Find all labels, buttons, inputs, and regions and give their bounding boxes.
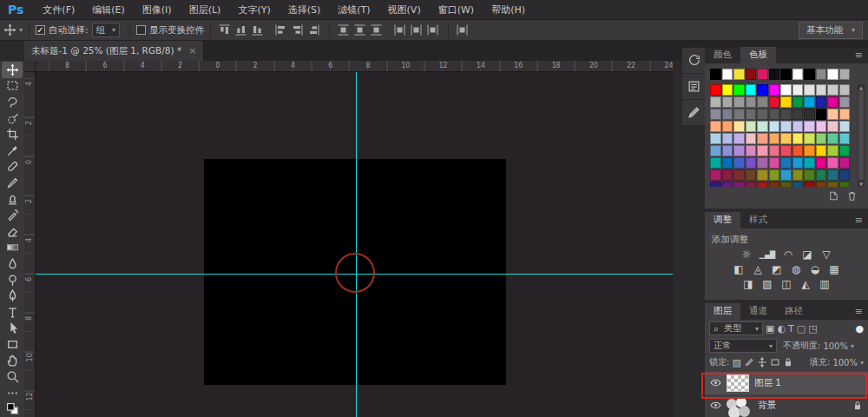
swatch[interactable] bbox=[827, 133, 838, 144]
swatch[interactable] bbox=[816, 109, 827, 120]
swatch[interactable] bbox=[839, 133, 851, 144]
swatch[interactable] bbox=[722, 182, 733, 187]
menu-item[interactable]: 文件(F) bbox=[34, 0, 83, 20]
swatch[interactable] bbox=[816, 69, 827, 80]
swatch[interactable] bbox=[839, 109, 851, 120]
swatch[interactable] bbox=[733, 133, 745, 144]
swatch[interactable] bbox=[710, 121, 721, 132]
distribute-bottom-edges-icon[interactable] bbox=[370, 23, 385, 36]
swatch[interactable] bbox=[804, 182, 815, 187]
swatch[interactable] bbox=[804, 169, 815, 181]
filter-smart-object-icon[interactable]: ◳ bbox=[808, 323, 817, 334]
swatch[interactable] bbox=[710, 96, 721, 108]
swatch[interactable] bbox=[710, 109, 721, 120]
swatch[interactable] bbox=[746, 133, 757, 144]
photo-filter-icon[interactable]: ◍ bbox=[789, 263, 803, 276]
menu-item[interactable]: 文字(Y) bbox=[229, 0, 279, 20]
swatch[interactable] bbox=[757, 69, 768, 80]
swatch[interactable] bbox=[710, 84, 721, 96]
distribute-vertical-centers-icon[interactable] bbox=[353, 23, 368, 36]
distribute-right-edges-icon[interactable] bbox=[426, 23, 441, 36]
lock-all-icon[interactable] bbox=[783, 357, 793, 367]
tab-paths[interactable]: 路径 bbox=[776, 303, 812, 320]
menu-item[interactable]: 图层(L) bbox=[181, 0, 230, 20]
history-panel-icon[interactable] bbox=[682, 48, 705, 74]
swatch[interactable] bbox=[769, 121, 780, 132]
align-left-edges-icon[interactable] bbox=[274, 23, 289, 36]
lasso-tool[interactable] bbox=[2, 94, 23, 110]
swatch[interactable] bbox=[816, 145, 827, 156]
gradient-tool[interactable] bbox=[2, 240, 23, 256]
swatch[interactable] bbox=[827, 121, 838, 132]
close-icon[interactable]: × bbox=[188, 45, 196, 56]
black-white-icon[interactable]: ◩ bbox=[770, 263, 784, 276]
swatch[interactable] bbox=[792, 96, 804, 108]
swatch[interactable] bbox=[839, 157, 851, 169]
color-balance-icon[interactable]: ◬ bbox=[751, 263, 765, 276]
filter-shape-icon[interactable]: ▢ bbox=[797, 323, 806, 334]
swatch[interactable] bbox=[722, 169, 733, 181]
swatch[interactable] bbox=[769, 84, 780, 96]
levels-icon[interactable]: ▁▄█ bbox=[759, 248, 776, 261]
tab-channels[interactable]: 通道 bbox=[740, 303, 776, 320]
swatch[interactable] bbox=[746, 182, 757, 187]
swatch[interactable] bbox=[827, 69, 838, 80]
swatch[interactable] bbox=[839, 84, 851, 96]
foreground-background-colors[interactable] bbox=[2, 400, 23, 417]
swatch[interactable] bbox=[816, 96, 827, 108]
swatch[interactable] bbox=[722, 84, 733, 96]
swatch[interactable] bbox=[827, 84, 838, 96]
swatch[interactable] bbox=[710, 157, 721, 169]
swatch[interactable] bbox=[804, 145, 815, 156]
swatch[interactable] bbox=[733, 121, 745, 132]
swatch[interactable] bbox=[816, 84, 827, 96]
curves-icon[interactable]: ◠ bbox=[781, 248, 795, 261]
swatch[interactable] bbox=[769, 109, 780, 120]
lock-transparent-pixels-icon[interactable]: ▨ bbox=[732, 357, 740, 368]
swatch[interactable] bbox=[839, 169, 851, 181]
visibility-eye-icon[interactable] bbox=[710, 400, 721, 412]
swatch[interactable] bbox=[733, 69, 745, 80]
filter-toggle-icon[interactable]: ● bbox=[855, 323, 864, 334]
layer-filter-type-dropdown[interactable]: ⌕ 类型 ▾ bbox=[709, 321, 763, 335]
panel-menu-icon[interactable]: ≡ bbox=[850, 215, 868, 228]
swatch[interactable] bbox=[746, 96, 757, 108]
swatch[interactable] bbox=[827, 96, 838, 108]
hue-saturation-icon[interactable]: ◧ bbox=[732, 263, 746, 276]
menu-item[interactable]: 图像(I) bbox=[134, 0, 181, 20]
swatch[interactable] bbox=[780, 109, 792, 120]
swatch[interactable] bbox=[792, 133, 804, 144]
scroll-up-icon[interactable]: ▲ bbox=[859, 84, 864, 90]
tab-styles[interactable]: 样式 bbox=[740, 212, 776, 228]
swatch[interactable] bbox=[804, 133, 815, 144]
swatch[interactable] bbox=[733, 182, 745, 187]
swatch[interactable] bbox=[804, 84, 815, 96]
swatch[interactable] bbox=[792, 169, 804, 181]
swatch[interactable] bbox=[804, 157, 815, 169]
swatch[interactable] bbox=[827, 145, 838, 156]
distribute-top-edges-icon[interactable] bbox=[337, 23, 352, 36]
align-top-edges-icon[interactable] bbox=[218, 23, 233, 36]
swatch[interactable] bbox=[722, 157, 733, 169]
swatch[interactable] bbox=[839, 96, 851, 108]
swatch[interactable] bbox=[792, 157, 804, 169]
swatch[interactable] bbox=[780, 157, 792, 169]
guide-vertical[interactable] bbox=[356, 72, 357, 417]
swatch[interactable] bbox=[710, 133, 721, 144]
color-lookup-icon[interactable]: ▦ bbox=[827, 263, 841, 276]
swatch[interactable] bbox=[780, 145, 792, 156]
align-right-edges-icon[interactable] bbox=[307, 23, 322, 36]
brightness-contrast-icon[interactable]: ☼ bbox=[740, 248, 753, 261]
exposure-icon[interactable]: ◪ bbox=[800, 248, 814, 261]
delete-swatch-icon[interactable] bbox=[846, 190, 858, 204]
blur-tool[interactable] bbox=[2, 255, 23, 272]
swatch[interactable] bbox=[792, 69, 804, 80]
blend-mode-dropdown[interactable]: 正常 ▾ bbox=[709, 339, 777, 353]
distribute-horizontal-centers-icon[interactable] bbox=[410, 23, 424, 36]
quick-selection-tool[interactable] bbox=[2, 110, 23, 127]
chevron-down-icon[interactable]: ▾ bbox=[860, 359, 864, 367]
swatch[interactable] bbox=[722, 109, 733, 120]
swatch[interactable] bbox=[710, 69, 721, 80]
swatch[interactable] bbox=[816, 157, 827, 169]
filter-adjustment-icon[interactable]: ◐ bbox=[777, 323, 786, 334]
